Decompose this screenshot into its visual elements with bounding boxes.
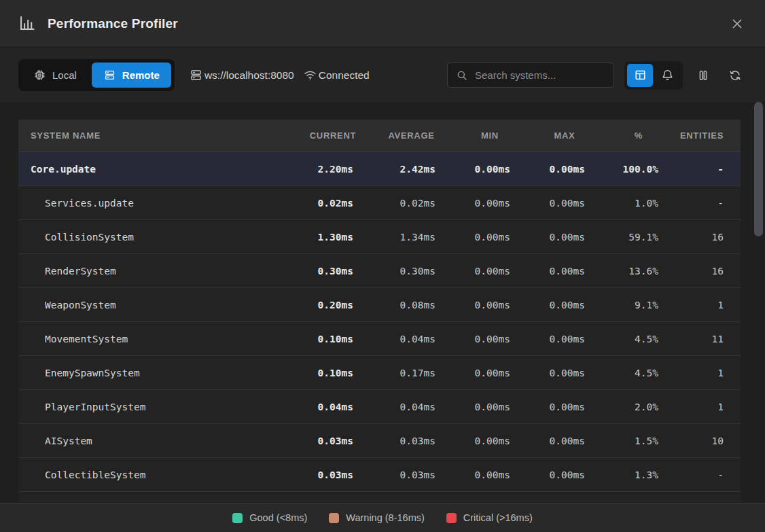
- cell-system-name: WeaponSystem: [18, 300, 296, 311]
- cell-system-name: CollisionSystem: [18, 232, 296, 243]
- legend-swatch: [446, 513, 457, 523]
- table-icon: [634, 69, 647, 82]
- cell-current: 0.04ms: [296, 402, 370, 412]
- legend-label: Critical (>16ms): [463, 512, 533, 523]
- cell-average: 0.30ms: [370, 266, 452, 277]
- cell-max: 0.00ms: [527, 266, 602, 277]
- refresh-icon: [728, 69, 742, 82]
- websocket-url: ws://localhost:8080: [189, 68, 294, 82]
- table-row[interactable]: RenderSystem0.30ms0.30ms0.00ms0.00ms13.6…: [18, 254, 741, 288]
- cell-system-name: RenderSystem: [18, 266, 296, 277]
- view-toggle-group: [624, 61, 683, 90]
- cell-percent: 2.0%: [602, 402, 675, 412]
- legend-label: Good (<8ms): [249, 512, 307, 523]
- server-icon: [103, 69, 116, 82]
- alerts-button[interactable]: [654, 64, 680, 87]
- column-header-%[interactable]: %: [602, 130, 675, 141]
- cell-system-name: EnemySpawnSystem: [18, 368, 296, 378]
- local-toggle-label: Local: [52, 69, 77, 81]
- cell-current: 0.20ms: [296, 300, 370, 311]
- table-row[interactable]: Services.update0.02ms0.02ms0.00ms0.00ms1…: [18, 186, 741, 220]
- cell-current: 2.20ms: [296, 164, 370, 175]
- cell-percent: 4.5%: [602, 368, 675, 378]
- cell-max: 0.00ms: [527, 334, 602, 344]
- cell-current: 1.30ms: [296, 232, 370, 243]
- cell-min: 0.00ms: [452, 198, 527, 209]
- cell-entities: 10: [675, 436, 741, 446]
- cell-max: 0.00ms: [527, 368, 602, 378]
- cell-average: 0.08ms: [370, 300, 452, 311]
- refresh-button[interactable]: [724, 64, 747, 87]
- source-toggle-group: Local Remote: [18, 59, 175, 91]
- cell-min: 0.00ms: [452, 368, 527, 378]
- cell-max: 0.00ms: [527, 232, 602, 243]
- cell-min: 0.00ms: [452, 436, 527, 446]
- table-header-row: SYSTEM NAMECURRENTAVERAGEMINMAX%ENTITIES: [18, 120, 741, 152]
- table-row[interactable]: WeaponSystem0.20ms0.08ms0.00ms0.00ms9.1%…: [18, 288, 741, 322]
- cell-entities: 11: [675, 334, 741, 344]
- partial-row: [18, 492, 741, 503]
- cell-min: 0.00ms: [452, 266, 527, 277]
- search-icon: [456, 69, 468, 82]
- cell-min: 0.00ms: [452, 402, 527, 412]
- toolbar-right: [447, 61, 747, 90]
- vertical-scrollbar[interactable]: [754, 102, 763, 236]
- cell-percent: 100.0%: [602, 164, 675, 175]
- pause-button[interactable]: [692, 64, 715, 87]
- cell-min: 0.00ms: [452, 164, 527, 175]
- cell-min: 0.00ms: [452, 469, 527, 480]
- remote-toggle-label: Remote: [122, 69, 160, 81]
- column-header-entities[interactable]: ENTITIES: [675, 130, 741, 141]
- cell-min: 0.00ms: [452, 300, 527, 311]
- toolbar: Local Remote ws://localhost:8080: [0, 48, 765, 103]
- cell-max: 0.00ms: [527, 300, 602, 311]
- column-header-max[interactable]: MAX: [527, 130, 602, 141]
- wifi-icon: [303, 68, 317, 82]
- cell-system-name: Services.update: [18, 198, 296, 209]
- cell-percent: 13.6%: [602, 266, 675, 277]
- column-header-system-name[interactable]: SYSTEM NAME: [18, 130, 296, 141]
- cell-percent: 4.5%: [602, 334, 675, 344]
- bell-icon: [661, 69, 674, 82]
- cell-max: 0.00ms: [527, 469, 602, 480]
- legend-swatch: [329, 513, 339, 523]
- column-header-min[interactable]: MIN: [452, 130, 527, 141]
- table-row[interactable]: EnemySpawnSystem0.10ms0.17ms0.00ms0.00ms…: [18, 356, 741, 390]
- remote-toggle-button[interactable]: Remote: [92, 63, 171, 88]
- cell-percent: 1.0%: [602, 198, 675, 209]
- column-header-current[interactable]: CURRENT: [296, 130, 370, 141]
- cell-system-name: AISystem: [18, 436, 296, 446]
- search-input[interactable]: [475, 69, 605, 81]
- close-icon[interactable]: [727, 14, 747, 34]
- cell-max: 0.00ms: [527, 164, 602, 175]
- table-row[interactable]: Core.update2.20ms2.42ms0.00ms0.00ms100.0…: [18, 152, 741, 186]
- cell-average: 1.34ms: [370, 232, 452, 243]
- table-view-button[interactable]: [627, 64, 653, 87]
- cell-current: 0.02ms: [296, 198, 370, 209]
- column-header-average[interactable]: AVERAGE: [370, 130, 452, 141]
- table-row[interactable]: CollectibleSystem0.03ms0.03ms0.00ms0.00m…: [18, 458, 741, 492]
- table-row[interactable]: PlayerInputSystem0.04ms0.04ms0.00ms0.00m…: [18, 390, 741, 424]
- table-row[interactable]: AISystem0.03ms0.03ms0.00ms0.00ms1.5%10: [18, 424, 741, 458]
- cell-system-name: PlayerInputSystem: [18, 402, 296, 412]
- cell-max: 0.00ms: [527, 402, 602, 412]
- cell-current: 0.30ms: [296, 266, 370, 277]
- local-toggle-button[interactable]: Local: [22, 63, 88, 88]
- websocket-url-text: ws://localhost:8080: [204, 69, 294, 82]
- legend-item: Warning (8-16ms): [329, 512, 425, 523]
- systems-table: SYSTEM NAMECURRENTAVERAGEMINMAX%ENTITIES…: [18, 120, 741, 503]
- connection-status: Connected: [303, 68, 370, 82]
- legend-item: Good (<8ms): [232, 512, 307, 523]
- cell-max: 0.00ms: [527, 436, 602, 446]
- cpu-chip-icon: [33, 69, 46, 82]
- table-row[interactable]: CollisionSystem1.30ms1.34ms0.00ms0.00ms5…: [18, 220, 741, 254]
- cell-min: 0.00ms: [452, 232, 527, 243]
- legend-item: Critical (>16ms): [446, 512, 533, 523]
- cell-entities: 16: [675, 266, 741, 277]
- cell-percent: 1.3%: [602, 469, 675, 480]
- cell-current: 0.10ms: [296, 368, 370, 378]
- cell-average: 0.04ms: [370, 402, 452, 412]
- table-row[interactable]: MovementSystem0.10ms0.04ms0.00ms0.00ms4.…: [18, 322, 741, 356]
- server-icon: [189, 68, 203, 82]
- cell-entities: -: [675, 198, 741, 209]
